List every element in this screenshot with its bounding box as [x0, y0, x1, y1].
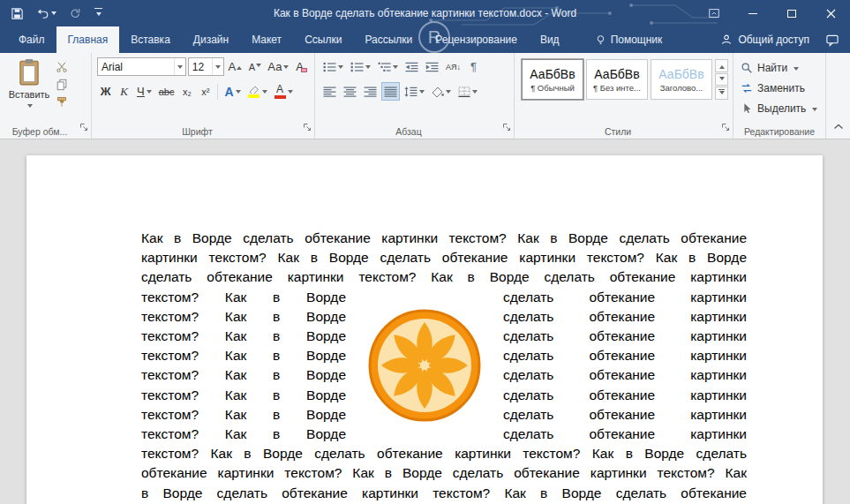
bold-button[interactable]: Ж: [97, 82, 114, 101]
format-painter-button[interactable]: [53, 95, 71, 109]
text-effects-label: А: [224, 85, 233, 99]
tab-layout[interactable]: Макет: [240, 26, 293, 53]
styles-dialog-launcher[interactable]: [721, 119, 730, 135]
borders-button[interactable]: [455, 82, 480, 101]
dialog-launcher-icon: [303, 123, 312, 132]
undo-button[interactable]: [36, 7, 56, 19]
multilevel-list-button[interactable]: [375, 57, 401, 76]
clipboard-dialog-launcher[interactable]: [79, 119, 88, 135]
font-dialog-launcher[interactable]: [303, 119, 312, 135]
align-justify-button[interactable]: [381, 82, 400, 101]
redo-icon: [69, 7, 82, 19]
shrink-font-button[interactable]: А: [246, 57, 264, 76]
sort-button[interactable]: АЯ↓: [443, 57, 463, 76]
save-button[interactable]: [11, 7, 24, 20]
orange-image[interactable]: [367, 308, 482, 423]
numbering-button[interactable]: [348, 57, 373, 76]
show-paragraph-marks-button[interactable]: ¶: [465, 57, 482, 76]
tab-view[interactable]: Вид: [529, 26, 571, 53]
ribbon: Вставить: [0, 53, 850, 139]
caret-down-icon: [719, 91, 725, 97]
text-effects-button[interactable]: А: [222, 82, 243, 101]
text-line: в Ворде сделать обтекание картинки текст…: [141, 484, 747, 503]
tab-insert[interactable]: Вставка: [119, 26, 182, 53]
shrink-font-label: А: [249, 62, 255, 72]
maximize-icon: [787, 10, 796, 18]
text-line: текстом? Как в Ворде: [141, 288, 346, 307]
dialog-launcher-icon: [79, 123, 88, 132]
paragraph-group: АЯ↓ ¶: [315, 53, 515, 139]
find-button[interactable]: Найти: [733, 59, 825, 77]
clear-formatting-button[interactable]: А: [293, 57, 310, 76]
customize-quick-access-button[interactable]: [94, 8, 102, 19]
minimize-button[interactable]: [733, 0, 772, 26]
superscript-button[interactable]: x²: [197, 82, 214, 101]
text-line: сделать обтекание картинки: [503, 425, 747, 444]
change-case-label: Аа: [267, 60, 282, 73]
share-button[interactable]: Общий доступ: [720, 26, 815, 53]
line-spacing-button[interactable]: [402, 82, 427, 101]
editing-group: Найти Заменить Выделить Редакт: [733, 53, 826, 139]
align-right-button[interactable]: [361, 82, 380, 101]
underline-button[interactable]: Ч: [134, 82, 154, 101]
chevron-down-icon: [283, 65, 289, 71]
shading-button[interactable]: [429, 82, 454, 101]
style-no-spacing[interactable]: АаБбВв ¶ Без инте...: [586, 59, 648, 100]
multilevel-list-icon: [378, 62, 391, 72]
clipboard-mini-buttons: [53, 60, 71, 109]
highlighter-icon: [248, 85, 260, 94]
font-family-combobox[interactable]: Arial: [97, 57, 186, 76]
font-color-button[interactable]: А: [272, 82, 296, 101]
cut-button[interactable]: [53, 60, 71, 74]
styles-gallery: АаБбВв ¶ Обычный АаБбВв ¶ Без инте... Аа…: [522, 59, 730, 100]
text-line: сделать обтекание картинки: [503, 327, 747, 346]
comments-button[interactable]: [815, 26, 850, 53]
styles-more-button[interactable]: [715, 87, 728, 100]
text-line: сделать обтекание картинки: [503, 307, 747, 327]
align-center-button[interactable]: [341, 82, 359, 101]
grow-font-button[interactable]: А: [226, 57, 244, 76]
subscript-button[interactable]: x₂: [178, 82, 195, 101]
document-page[interactable]: Как в Ворде сделать обтекание картинки т…: [26, 155, 823, 504]
style-normal[interactable]: АаБбВв ¶ Обычный: [522, 59, 583, 100]
maximize-button[interactable]: [772, 0, 811, 26]
style-heading1[interactable]: АаБбВв Заголово...: [651, 59, 712, 100]
tab-file[interactable]: Файл: [7, 26, 56, 53]
redo-button[interactable]: [69, 7, 82, 19]
increase-indent-button[interactable]: [423, 57, 441, 76]
copy-button[interactable]: [53, 78, 71, 92]
ribbon-display-options-button[interactable]: [695, 0, 733, 26]
style-preview: АаБбВв: [594, 67, 639, 81]
replace-icon: [741, 82, 753, 94]
tab-design[interactable]: Дизайн: [182, 26, 240, 53]
font-size-combobox[interactable]: 12: [188, 57, 224, 76]
replace-button[interactable]: Заменить: [733, 79, 825, 97]
select-button[interactable]: Выделить: [733, 100, 825, 117]
bullets-button[interactable]: [320, 57, 346, 76]
collapse-ribbon-button[interactable]: [833, 117, 844, 133]
chevron-down-icon: [288, 90, 293, 96]
tab-review[interactable]: Рецензирование: [424, 26, 529, 53]
align-center-icon: [343, 87, 357, 97]
styles-scroll-down-button[interactable]: [715, 73, 728, 87]
tab-assistant[interactable]: Помощник: [583, 26, 674, 53]
strikethrough-button[interactable]: abc: [156, 82, 177, 101]
paste-button[interactable]: Вставить: [7, 58, 51, 122]
tab-references[interactable]: Ссылки: [293, 26, 353, 53]
text-line: текстом? Как в Ворде: [141, 425, 346, 444]
font-color-label: А: [276, 85, 283, 94]
styles-scroll-up-button[interactable]: [715, 59, 728, 72]
ribbon-right-rail: [826, 53, 850, 139]
highlight-color-button[interactable]: [245, 82, 270, 101]
text-line: обтекание картинки текстом? Как в Ворде …: [141, 463, 747, 483]
change-case-button[interactable]: Аа: [266, 57, 291, 76]
tab-mailings[interactable]: Рассылки: [353, 26, 424, 53]
tab-home[interactable]: Главная: [56, 26, 120, 53]
chevron-down-icon: [812, 108, 817, 114]
align-left-button[interactable]: [320, 82, 339, 101]
close-button[interactable]: [811, 0, 850, 26]
chevron-down-icon: [365, 65, 371, 71]
italic-button[interactable]: К: [116, 82, 132, 101]
paragraph-dialog-launcher[interactable]: [502, 119, 511, 135]
decrease-indent-button[interactable]: [402, 57, 421, 76]
